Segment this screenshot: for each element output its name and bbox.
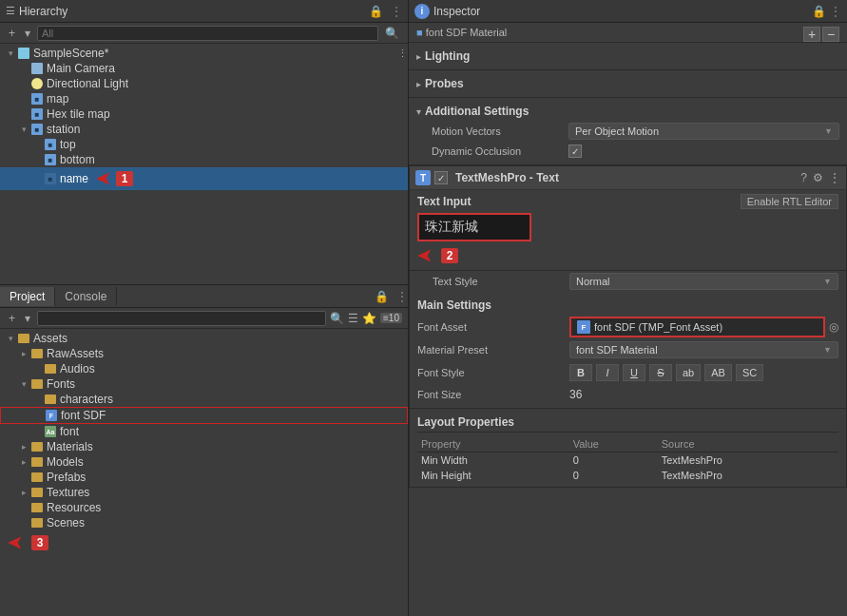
scenes-folder-icon	[30, 516, 44, 529]
tree-item-scenes[interactable]: ▸ Scenes	[0, 515, 408, 530]
additional-settings-section: ▾ Additional Settings Motion Vectors Per…	[409, 98, 847, 165]
tree-item-models[interactable]: ▸ Models	[0, 454, 408, 470]
probes-section-title: Probes	[425, 77, 464, 90]
badge-1: 1	[116, 171, 133, 186]
project-dropdown-btn[interactable]: ▾	[22, 311, 33, 326]
materials-arrow: ▸	[17, 442, 30, 452]
hierarchy-icon: ☰	[6, 5, 15, 17]
tmp-title: TextMeshPro - Text	[455, 171, 797, 184]
min-width-value: 0	[569, 452, 658, 469]
material-preset-dropdown[interactable]: font SDF Material ▼	[569, 341, 838, 358]
tree-item-assets[interactable]: ▾ Assets	[0, 331, 408, 346]
motion-vectors-dropdown[interactable]: Per Object Motion ▼	[568, 123, 839, 140]
tree-item-sample-scene[interactable]: ▾ SampleScene* ⋮	[0, 46, 408, 61]
scene-menu-icon[interactable]: ⋮	[397, 48, 408, 60]
tree-label-raw-assets: RawAssets	[47, 347, 104, 360]
font-style-bold-btn[interactable]: B	[569, 364, 592, 381]
add-button[interactable]: +	[6, 26, 18, 41]
tree-item-font-sdf[interactable]: ▸ F font SDF	[0, 407, 408, 424]
tree-item-audios[interactable]: ▸ Audios	[0, 361, 408, 376]
dropdown-button[interactable]: ▾	[22, 26, 33, 41]
dynamic-occlusion-checkbox[interactable]: ✓	[568, 144, 582, 158]
project-filter-icon[interactable]: ☰	[348, 312, 358, 325]
project-add-btn[interactable]: +	[6, 311, 18, 326]
tree-item-station[interactable]: ▾ ■ station	[0, 122, 408, 137]
scene-icon	[17, 47, 30, 60]
project-star-icon[interactable]: ⭐	[362, 312, 376, 325]
tree-item-characters[interactable]: ▸ characters	[0, 392, 408, 407]
tree-item-name[interactable]: ▸ ■ name ➤ 1	[0, 167, 408, 190]
project-search-icon[interactable]: 🔍	[330, 312, 344, 325]
search-icon[interactable]: 🔍	[382, 26, 402, 41]
tree-item-fonts[interactable]: ▾ Fonts	[0, 376, 408, 392]
font-style-italic-btn[interactable]: I	[596, 364, 619, 381]
tmp-settings-icon[interactable]: ⚙	[813, 171, 823, 184]
station-icon: ■	[30, 123, 44, 136]
tree-item-top[interactable]: ▸ ■ top	[0, 137, 408, 152]
font-style-label: Font Style	[417, 367, 569, 378]
tree-label-name: name	[60, 172, 88, 185]
camera-icon	[30, 62, 44, 75]
font-style-sc-btn[interactable]: SC	[736, 364, 763, 381]
tree-item-prefabs[interactable]: ▸ Prefabs	[0, 470, 408, 485]
tree-item-raw-assets[interactable]: ▸ RawAssets	[0, 346, 408, 361]
tree-label-font-sdf: font SDF	[61, 409, 106, 422]
project-search-input[interactable]	[37, 311, 326, 326]
fonts-arrow: ▾	[17, 379, 30, 389]
min-height-property: Min Height	[417, 468, 569, 483]
font-style-strikethrough-btn[interactable]: S	[649, 364, 672, 381]
font-style-uppercase-btn[interactable]: AB	[704, 364, 732, 381]
additional-settings-arrow-icon: ▾	[416, 106, 421, 117]
tree-label-audios: Audios	[60, 362, 95, 375]
layout-row-min-width: Min Width 0 TextMeshPro	[417, 452, 838, 469]
tree-item-directional-light[interactable]: ▸ Directional Light	[0, 76, 408, 91]
raw-assets-folder-icon	[30, 347, 44, 360]
min-width-source: TextMeshPro	[658, 452, 838, 469]
font-style-lowercase-btn[interactable]: ab	[676, 364, 701, 381]
tree-label-sample-scene: SampleScene*	[33, 47, 108, 60]
tree-item-textures[interactable]: ▸ Textures	[0, 485, 408, 500]
main-settings-title: Main Settings	[417, 296, 838, 315]
font-asset-row: Font Asset F font SDF (TMP_Font Asset) ◎	[417, 315, 838, 339]
dynamic-occlusion-label: Dynamic Occlusion	[416, 145, 568, 157]
font-asset-field[interactable]: F font SDF (TMP_Font Asset)	[569, 317, 825, 337]
tree-item-hex-tile-map[interactable]: ▸ ■ Hex tile map	[0, 106, 408, 122]
tree-item-bottom[interactable]: ▸ ■ bottom	[0, 152, 408, 167]
hierarchy-more-icon[interactable]: ⋮	[391, 5, 402, 18]
hierarchy-toolbar: + ▾ 🔍	[0, 23, 408, 44]
project-tree: ▾ Assets ▸ RawAssets	[0, 329, 408, 616]
tree-label-main-camera: Main Camera	[47, 62, 115, 75]
plus-btn[interactable]: +	[803, 27, 820, 42]
additional-settings-header[interactable]: ▾ Additional Settings	[416, 102, 839, 121]
models-arrow: ▸	[17, 457, 30, 467]
text-style-dropdown[interactable]: Normal ▼	[569, 273, 838, 290]
text-style-label: Text Style	[417, 276, 569, 287]
inspector-lock-icon[interactable]: 🔒	[812, 5, 826, 18]
inspector-more-icon[interactable]: ⋮	[830, 5, 841, 18]
text-content-box[interactable]: 珠江新城	[417, 213, 531, 241]
tree-item-font[interactable]: ▸ Aa font	[0, 424, 408, 439]
font-asset-target-icon[interactable]: ◎	[829, 320, 838, 334]
font-style-underline-btn[interactable]: U	[623, 364, 645, 381]
tree-item-materials[interactable]: ▸ Materials	[0, 439, 408, 454]
tree-item-map[interactable]: ▸ ■ map	[0, 91, 408, 106]
tmp-enable-checkbox[interactable]: ✓	[434, 171, 448, 184]
tmp-more-icon[interactable]: ⋮	[829, 171, 840, 184]
rtl-editor-btn[interactable]: Enable RTL Editor	[741, 194, 838, 209]
hierarchy-lock-icon[interactable]: 🔒	[369, 5, 383, 18]
search-input[interactable]	[37, 26, 378, 41]
tree-item-main-camera[interactable]: ▸ Main Camera	[0, 61, 408, 76]
tab-console[interactable]: Console	[55, 287, 117, 306]
project-lock-icon[interactable]: 🔒	[375, 290, 389, 303]
tree-item-resources[interactable]: ▸ Resources	[0, 500, 408, 515]
tab-project[interactable]: Project	[0, 287, 55, 306]
project-more-icon[interactable]: ⋮	[396, 290, 408, 303]
min-height-source: TextMeshPro	[658, 468, 838, 483]
lighting-section-header[interactable]: ▸ Lighting	[416, 47, 839, 66]
minus-btn[interactable]: −	[822, 27, 839, 42]
tree-label-textures: Textures	[47, 486, 89, 499]
textures-arrow: ▸	[17, 488, 30, 497]
main-settings-section: Main Settings Font Asset F font SDF (TMP…	[410, 292, 846, 409]
probes-section-header[interactable]: ▸ Probes	[416, 74, 839, 93]
tmp-question-icon[interactable]: ?	[800, 171, 807, 184]
